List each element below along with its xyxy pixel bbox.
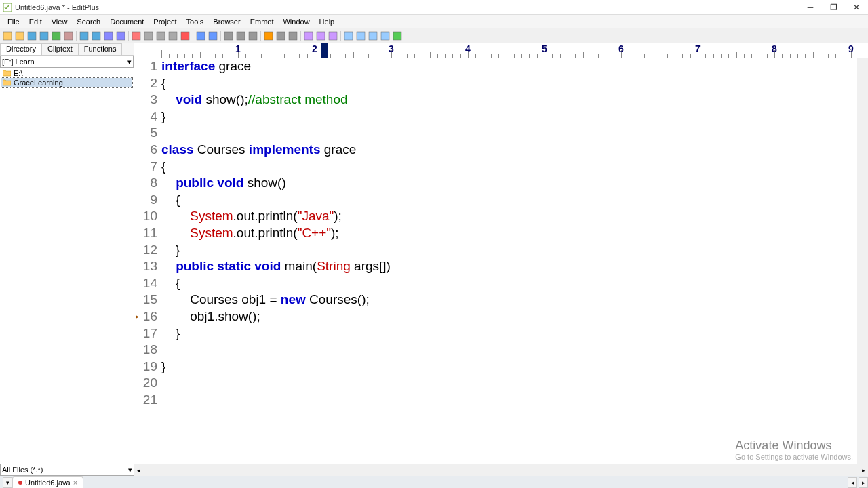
svg-rect-25 [317,32,325,40]
toolbar-button-9[interactable] [103,30,114,41]
maximize-button[interactable]: ❐ [822,0,845,15]
toolbar-button-10[interactable] [115,30,126,41]
toolbar-button-36[interactable] [380,30,391,41]
close-button[interactable]: ✕ [845,0,868,15]
toolbar-button-2[interactable] [26,30,37,41]
line-gutter: 123456789101112131415161718192021 [134,58,161,464]
svg-rect-23 [289,32,297,40]
sidebar-tab-cliptext[interactable]: Cliptext [41,43,79,55]
svg-rect-29 [369,32,377,40]
toolbar-button-33[interactable] [343,30,354,41]
svg-rect-18 [224,32,233,40]
menu-window[interactable]: Window [278,16,314,27]
hscroll-left-icon[interactable]: ◂ [134,467,143,474]
menu-project[interactable]: Project [149,16,181,27]
menu-help[interactable]: Help [315,16,340,27]
toolbar-button-29[interactable] [303,30,314,41]
toolbar-button-3[interactable] [39,30,50,41]
menu-file[interactable]: File [3,16,24,27]
file-filter-value: All Files (*.*) [2,466,43,474]
menubar: FileEditViewSearchDocumentProjectToolsBr… [0,15,868,28]
menu-browser[interactable]: Browser [208,16,245,27]
sidebar-tab-functions[interactable]: Functions [78,43,123,55]
tree-item[interactable]: GraceLearning [1,78,132,87]
toolbar-button-16[interactable] [180,30,191,41]
toolbar-button-26[interactable] [275,30,286,41]
svg-rect-11 [132,32,140,40]
document-tab-label: Untitled6.java [25,479,71,487]
menu-document[interactable]: Document [105,16,149,27]
chevron-down-icon[interactable]: ▾ [127,58,132,66]
menu-edit[interactable]: Edit [24,16,47,27]
chevron-down-icon[interactable]: ▾ [128,466,132,474]
window-title: Untitled6.java * - EditPlus [15,3,99,12]
svg-rect-3 [28,32,36,40]
directory-tree[interactable]: E:\GraceLearning [0,68,134,464]
svg-rect-16 [197,32,205,40]
sidebar: DirectoryCliptextFunctions [E:] Learn ▾ … [0,43,134,464]
menu-emmet[interactable]: Emmet [245,16,279,27]
svg-rect-28 [357,32,365,40]
ruler: 123456789 [134,43,868,58]
code-text[interactable]: interface grace{ void show();//abstract … [161,58,391,464]
sidebar-tabs: DirectoryCliptextFunctions [0,43,134,56]
svg-rect-19 [237,32,245,40]
tab-close-icon[interactable]: × [73,479,77,487]
svg-rect-7 [80,32,88,40]
file-filter-combo[interactable]: All Files (*.*) ▾ [0,464,134,476]
svg-rect-26 [329,32,337,40]
sidebar-tab-directory[interactable]: Directory [0,43,42,55]
toolbar-button-30[interactable] [315,30,326,41]
svg-rect-6 [64,32,73,40]
toolbar-button-23[interactable] [248,30,258,41]
code-area[interactable]: 123456789101112131415161718192021 interf… [134,58,868,464]
tree-item-label: E:\ [14,69,22,77]
svg-rect-22 [277,32,285,40]
menu-view[interactable]: View [47,16,73,27]
toolbar-button-19[interactable] [208,30,218,41]
toolbar-button-35[interactable] [368,30,378,41]
svg-rect-9 [104,32,113,40]
svg-rect-12 [144,32,153,40]
toolbar-button-4[interactable] [51,30,62,41]
toolbar-button-0[interactable] [2,30,13,41]
toolbar-button-34[interactable] [355,30,366,41]
svg-rect-31 [393,32,401,40]
toolbar-button-5[interactable] [63,30,74,41]
editor: 123456789 123456789101112131415161718192… [134,43,868,464]
hscroll-right-icon[interactable]: ▸ [859,467,868,474]
menu-tools[interactable]: Tools [182,16,209,27]
svg-rect-13 [157,32,165,40]
toolbar-button-18[interactable] [195,30,206,41]
toolbar-button-1[interactable] [14,30,25,41]
toolbar-button-37[interactable] [392,30,403,41]
tab-list-icon[interactable]: ▾ [3,477,12,488]
svg-rect-30 [381,32,389,40]
svg-rect-15 [181,32,189,40]
toolbar-button-8[interactable] [91,30,102,41]
document-tab[interactable]: Untitled6.java × [12,476,83,488]
tree-item[interactable]: E:\ [1,68,132,78]
tab-next-icon[interactable]: ▸ [859,477,868,488]
toolbar-button-7[interactable] [79,30,90,41]
toolbar-button-25[interactable] [263,30,274,41]
toolbar-button-12[interactable] [131,30,142,41]
toolbar-button-13[interactable] [143,30,154,41]
menu-search[interactable]: Search [72,16,105,27]
toolbar-button-31[interactable] [328,30,338,41]
toolbar-button-14[interactable] [155,30,166,41]
svg-rect-1 [3,32,12,40]
path-combo[interactable]: [E:] Learn ▾ [0,56,134,68]
toolbar-button-22[interactable] [235,30,246,41]
toolbar-button-15[interactable] [167,30,178,41]
toolbar-button-21[interactable] [223,30,234,41]
toolbar-button-27[interactable] [288,30,298,41]
svg-rect-17 [209,32,217,40]
tab-prev-icon[interactable]: ◂ [848,477,857,488]
svg-rect-5 [52,32,60,40]
svg-rect-24 [304,32,313,40]
document-tabs: ▾ Untitled6.java × ◂ ▸ [0,476,868,488]
vertical-scrollbar[interactable] [857,58,868,464]
svg-rect-14 [169,32,177,40]
minimize-button[interactable]: ─ [799,0,822,15]
